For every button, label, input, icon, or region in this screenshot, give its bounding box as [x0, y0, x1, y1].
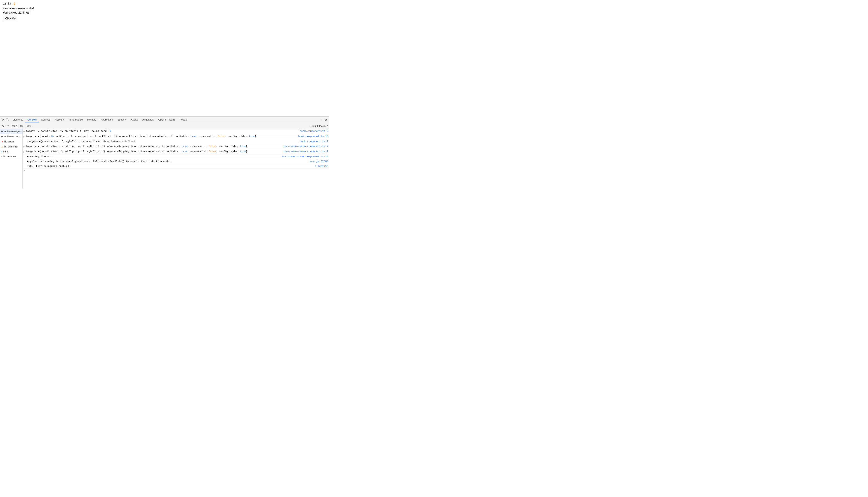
console-input[interactable] [26, 169, 328, 172]
tab-performance[interactable]: Performance [66, 117, 85, 123]
device-icon[interactable] [5, 118, 10, 122]
tab-security[interactable]: Security [115, 117, 129, 123]
sidebar-item-info[interactable]: ℹ 8 info [0, 149, 23, 154]
sidebar-section-errors: ✕ No errors △ No warnings ℹ 8 info • No … [0, 139, 23, 159]
default-levels-chevron-icon: ▼ [327, 125, 328, 127]
console-line: ▶ target= ▶{constructor: f, onEffect: f}… [23, 129, 329, 134]
context-chevron-icon: ▼ [16, 125, 18, 127]
console-message-text: Angular is running in the development mo… [24, 160, 307, 163]
console-source-link[interactable]: client:52 [315, 165, 328, 168]
sidebar-collapse-icon: ▶ [1, 130, 3, 132]
sidebar-warnings-label: No warnings [4, 145, 18, 148]
svg-point-7 [20, 125, 23, 127]
console-line: ▶ target= ▶{constructor: f, addTopping: … [23, 149, 329, 154]
svg-line-5 [2, 125, 4, 127]
tab-elements[interactable]: Elements [10, 117, 25, 123]
console-line: ▶ target= ▶{count: 0, setCount: f, const… [23, 134, 329, 139]
sidebar-section-all: ▶ ☰ 8 messages ▶ ☰ 8 user mes... [0, 129, 23, 139]
info-icon: ℹ [1, 151, 2, 153]
app-works-text: ice-cream-cream works! [3, 6, 327, 10]
console-body: ▶ ☰ 8 messages ▶ ☰ 8 user mes... ✕ No er… [0, 129, 329, 189]
sidebar-errors-label: No errors [4, 140, 14, 143]
console-input-line: > [23, 169, 329, 173]
expand-icon[interactable]: ▶ [24, 130, 25, 133]
svg-rect-1 [8, 119, 9, 121]
console-messages: ▶ target= ▶{constructor: f, onEffect: f}… [23, 129, 329, 189]
default-levels-select[interactable]: Default levels ▼ [310, 125, 328, 127]
click-count-text: You clicked 21 times [3, 11, 327, 14]
console-line: ▶ target= ▶{constructor: f, addTopping: … [23, 144, 329, 149]
sidebar-item-verbose[interactable]: • No verbose [0, 154, 23, 159]
tab-sources[interactable]: Sources [39, 117, 53, 123]
sidebar-verbose-label: No verbose [3, 155, 16, 158]
console-line: target= ▶{constructor: f, ngOnInit: f} k… [23, 139, 329, 144]
console-message-text: target= ▶{constructor: f, onEffect: f} k… [26, 129, 298, 133]
console-source-link[interactable]: hook.component.ts:7 [300, 140, 328, 143]
console-message-text: target= ▶{count: 0, setCount: f, constru… [26, 134, 296, 138]
devtools-panel: Elements Console Sources Network Perform… [0, 116, 329, 189]
console-message-text: updating flavor... [24, 155, 280, 158]
tab-angularjs[interactable]: AngularJS [140, 117, 156, 123]
console-message-text: target= ▶{constructor: f, addTopping: f,… [26, 150, 281, 153]
error-icon: ✕ [1, 140, 3, 143]
console-source-link[interactable]: hook.component.ts:13 [298, 134, 328, 138]
tab-application[interactable]: Application [99, 117, 115, 123]
console-message-text: [WDS] Live Reloading enabled. [24, 165, 313, 168]
svg-rect-0 [6, 119, 8, 121]
sidebar-item-user-messages[interactable]: ▶ ☰ 8 user mes... [0, 134, 23, 139]
sidebar-item-errors[interactable]: ✕ No errors [0, 139, 23, 144]
tab-open-in-intellij[interactable]: Open In IntelliJ [156, 117, 177, 123]
tab-network[interactable]: Network [53, 117, 66, 123]
close-devtools-icon[interactable] [324, 118, 328, 122]
ice-cream-icon: 🍦 [12, 2, 16, 5]
console-line: [WDS] Live Reloading enabled. client:52 [23, 164, 329, 169]
sidebar-item-warnings[interactable]: △ No warnings [0, 144, 23, 149]
context-select[interactable]: top ▼ [11, 124, 19, 128]
inspect-icon[interactable] [1, 118, 5, 122]
devtools-tabs: Elements Console Sources Network Perform… [0, 117, 329, 123]
tab-memory[interactable]: Memory [85, 117, 99, 123]
sidebar-user-label: 8 user mes... [7, 135, 21, 138]
warning-icon: △ [1, 145, 3, 148]
console-toolbar: top ▼ Default levels ▼ [0, 123, 329, 129]
console-filter-input[interactable] [25, 124, 310, 128]
console-source-link[interactable]: core.js:32089 [309, 160, 328, 163]
console-source-link[interactable]: hook.component.ts:5 [300, 129, 328, 133]
console-line: Angular is running in the development mo… [23, 159, 329, 164]
console-prompt: > [24, 169, 25, 172]
console-message-text: target= ▶{constructor: f, ngOnInit: f} k… [24, 140, 298, 143]
expand-icon[interactable]: ▶ [24, 145, 25, 148]
svg-point-8 [21, 126, 22, 126]
tab-audits[interactable]: Audits [129, 117, 140, 123]
tab-console[interactable]: Console [25, 117, 39, 123]
context-value: top [12, 125, 15, 127]
click-me-button[interactable]: Click Me [3, 16, 18, 21]
console-line: updating flavor... ice-cream-cream.compo… [23, 154, 329, 159]
console-source-link[interactable]: ice-cream-cream.component.ts:7 [283, 144, 328, 148]
expand-icon[interactable]: ▶ [24, 150, 25, 154]
console-sidebar: ▶ ☰ 8 messages ▶ ☰ 8 user mes... ✕ No er… [0, 129, 23, 189]
sidebar-user-arrow: ▶ [1, 135, 3, 138]
console-source-link[interactable]: ice-cream-cream.component.ts:14 [282, 155, 328, 158]
sidebar-user-icon: ☰ [4, 135, 6, 138]
sidebar-all-label: 8 messages [7, 130, 20, 133]
sidebar-all-icon: ☰ [4, 130, 6, 133]
sidebar-item-all-messages[interactable]: ▶ ☰ 8 messages [0, 129, 23, 134]
more-options-icon[interactable]: ⋮ [320, 118, 324, 122]
devtools-tab-actions: ⋮ [319, 118, 329, 122]
tab-redux[interactable]: Redux [177, 117, 189, 123]
console-message-text: target= ▶{constructor: f, addTopping: f,… [26, 144, 281, 148]
verbose-icon: • [1, 155, 2, 158]
page-title: vanilla [3, 2, 11, 5]
devtools-tab-icons [0, 118, 10, 122]
clear-console-icon[interactable] [1, 124, 5, 128]
page-title-row: vanilla 🍦 [3, 2, 327, 5]
scroll-to-bottom-icon[interactable] [6, 124, 10, 128]
default-levels-label: Default levels [310, 125, 326, 127]
eye-icon[interactable] [20, 124, 24, 128]
expand-icon[interactable]: ▶ [24, 135, 25, 139]
console-source-link[interactable]: ice-cream-cream.component.ts:7 [283, 150, 328, 153]
sidebar-info-label: 8 info [3, 150, 9, 153]
main-content: vanilla 🍦 ice-cream-cream works! You cli… [0, 0, 329, 116]
